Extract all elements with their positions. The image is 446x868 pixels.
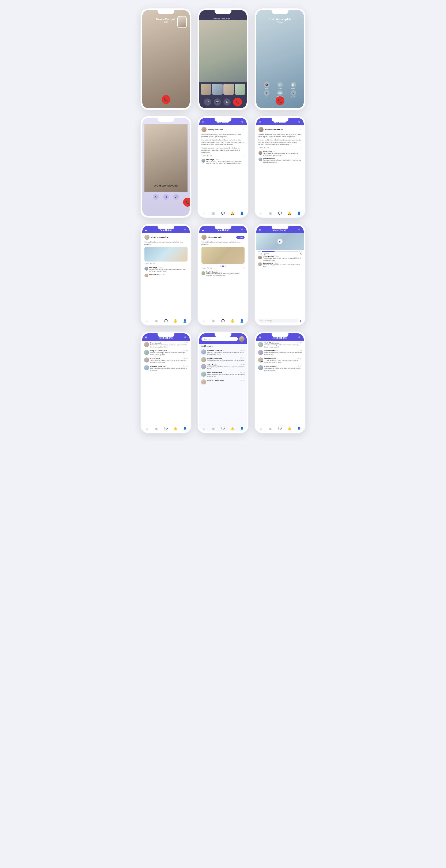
pause-button[interactable]: ⏸ bbox=[163, 194, 169, 200]
nav-person[interactable]: 👤 bbox=[294, 427, 304, 430]
nav-tv[interactable]: ▣ bbox=[152, 427, 161, 430]
search-icon[interactable]: 🔍 bbox=[298, 228, 301, 231]
search-icon[interactable]: 🔍 bbox=[241, 121, 244, 124]
share-button[interactable]: ↗ bbox=[300, 147, 301, 149]
notif-text-1: Nulla sed ullamcorper ligua. Vivamus ut … bbox=[150, 344, 188, 348]
nav-chat[interactable]: 💬 bbox=[275, 212, 285, 215]
nav-person[interactable]: 👤 bbox=[237, 212, 247, 215]
video-thumbnail[interactable]: ▶ bbox=[256, 233, 304, 250]
nav-home[interactable]: ⌂ bbox=[199, 427, 209, 430]
like-button[interactable]: ♡ 110 bbox=[145, 263, 149, 265]
hold-control[interactable]: ⏸ Hold bbox=[274, 82, 286, 89]
nav-bell[interactable]: 🔔 bbox=[171, 427, 180, 430]
nav-tv[interactable]: ▣ bbox=[152, 319, 161, 322]
volume-button[interactable]: 🔊 bbox=[153, 194, 159, 200]
progress-bar[interactable] bbox=[262, 251, 298, 252]
nav-bell[interactable]: 🔔 bbox=[228, 212, 237, 215]
menu-icon[interactable]: ☰ bbox=[259, 336, 261, 339]
like-button[interactable]: ♡ 510 bbox=[258, 147, 263, 149]
search-icon[interactable]: 🔍 bbox=[241, 228, 244, 231]
nav-chat[interactable]: 💬 bbox=[218, 319, 228, 322]
nav-home[interactable]: ⌂ bbox=[142, 319, 152, 322]
nav-home[interactable]: ⌂ bbox=[142, 427, 152, 430]
nav-tv[interactable]: ▣ bbox=[266, 427, 275, 430]
nav-home[interactable]: ⌂ bbox=[199, 212, 209, 215]
comment-body-2: Chauffina Carr 45 min bbox=[149, 274, 188, 277]
share-button[interactable]: ↗ bbox=[243, 155, 245, 157]
menu-icon[interactable]: ☰ bbox=[202, 228, 204, 231]
notifications-screen-1: ☰ Notifications 🔍 Dianne Ameter 32 min N… bbox=[142, 333, 190, 431]
search-icon[interactable]: 🔍 bbox=[298, 121, 301, 124]
bookmark-icon[interactable]: 🔖 bbox=[300, 253, 302, 255]
nav-bell[interactable]: 🔔 bbox=[285, 212, 294, 215]
more-icon[interactable]: ··· bbox=[299, 128, 301, 131]
more-icon[interactable]: ··· bbox=[185, 236, 188, 239]
nav-chat[interactable]: 💬 bbox=[161, 427, 171, 430]
nav-home[interactable]: ⌂ bbox=[256, 212, 266, 215]
nav-tv[interactable]: ▣ bbox=[209, 212, 218, 215]
search-icon[interactable]: 🔍 bbox=[298, 336, 301, 339]
nav-person[interactable]: 👤 bbox=[180, 319, 190, 322]
nav-chat[interactable]: 💬 bbox=[218, 212, 228, 215]
nav-chat[interactable]: 💬 bbox=[161, 319, 171, 322]
nav-tv[interactable]: ▣ bbox=[209, 319, 218, 322]
search-icon[interactable]: 🔍 bbox=[184, 336, 187, 339]
comment-button[interactable]: 💬 300 bbox=[208, 267, 212, 269]
camera-button[interactable]: 📷 bbox=[214, 98, 221, 105]
mute-control[interactable]: 🔇 Mute bbox=[261, 82, 273, 89]
menu-icon[interactable]: ☰ bbox=[202, 121, 204, 124]
more-icon[interactable]: ··· bbox=[243, 128, 245, 131]
nav-bell[interactable]: 🔔 bbox=[285, 427, 294, 430]
message-input[interactable]: Post a message... bbox=[258, 319, 298, 322]
notif-name-2: Valentino Morose 31 min bbox=[264, 350, 302, 352]
comment-button[interactable]: 💬 300 bbox=[264, 147, 269, 149]
nav-person[interactable]: 👤 bbox=[237, 427, 247, 430]
add-control[interactable]: ➕ Add bbox=[261, 90, 273, 98]
mic-button[interactable]: 🎤 bbox=[204, 98, 211, 105]
post-content: Fleece Marigold Follow Quisque blandit a… bbox=[199, 233, 247, 318]
play-button[interactable]: ▶ bbox=[278, 239, 283, 244]
nav-person[interactable]: 👤 bbox=[237, 319, 247, 322]
share-button[interactable]: ↗ bbox=[186, 263, 188, 265]
like-button[interactable]: ♡ 502 bbox=[201, 267, 206, 269]
menu-icon[interactable]: ☰ bbox=[259, 121, 261, 124]
notes-control[interactable]: 📝 Notes bbox=[287, 82, 299, 89]
comment-avatar-2 bbox=[258, 262, 262, 266]
nav-tv[interactable]: ▣ bbox=[266, 212, 275, 215]
like-button[interactable]: ♡ 110 bbox=[201, 155, 206, 157]
nav-chat[interactable]: 💬 bbox=[218, 427, 228, 430]
nav-bell[interactable]: 🔔 bbox=[228, 319, 237, 322]
speaker-icon: 🔊 bbox=[291, 90, 296, 96]
nav-bell[interactable]: 🔔 bbox=[171, 319, 180, 322]
notif-body-1: Girth Wiedenbauer 12 min Curabitur scele… bbox=[264, 342, 302, 348]
send-button[interactable]: ➤ bbox=[299, 319, 302, 322]
video-progress: 1:02 4:12 bbox=[256, 250, 304, 253]
search-bar[interactable]: Search... bbox=[201, 337, 238, 341]
comment-avatar bbox=[258, 256, 262, 259]
notif-body-2: Rodney Artichoka 29 min Nulla sed ullamc… bbox=[208, 357, 245, 361]
follow-button[interactable]: Follow bbox=[236, 236, 245, 239]
nav-home[interactable]: ⌂ bbox=[199, 319, 209, 322]
nav-bell[interactable]: 🔔 bbox=[228, 427, 237, 430]
end-call-button[interactable]: 📞 bbox=[233, 98, 242, 106]
refresh-button[interactable]: ↻ bbox=[223, 98, 231, 105]
nav-home[interactable]: ⌂ bbox=[256, 427, 266, 430]
menu-icon[interactable]: ☰ bbox=[145, 228, 147, 231]
mic-button[interactable]: 🎤 bbox=[173, 194, 179, 200]
nav-chat[interactable]: 💬 bbox=[275, 427, 285, 430]
video-timer: 01:11 bbox=[268, 21, 291, 23]
notif-item-2: Linguine Nettlewater 45 min Curabitur sc… bbox=[144, 350, 188, 356]
end-call-button[interactable]: 📞 bbox=[162, 95, 170, 104]
share-button[interactable]: ↗ bbox=[243, 267, 245, 269]
comment-button[interactable]: 💬 200 bbox=[150, 263, 155, 265]
nav-tv[interactable]: ▣ bbox=[209, 427, 218, 430]
menu-icon[interactable]: ☰ bbox=[145, 336, 147, 339]
end-call-button[interactable]: 📞 bbox=[183, 198, 191, 207]
close-icon[interactable]: ✕ bbox=[259, 228, 261, 231]
speaker-control[interactable]: 🔊 Speaker bbox=[287, 90, 299, 98]
comment-button[interactable]: 💬 200 bbox=[208, 155, 212, 157]
nav-person[interactable]: 👤 bbox=[294, 212, 304, 215]
nav-person[interactable]: 👤 bbox=[180, 427, 190, 430]
end-call-button[interactable]: 📞 bbox=[276, 96, 284, 105]
search-icon[interactable]: 🔍 bbox=[184, 228, 187, 231]
